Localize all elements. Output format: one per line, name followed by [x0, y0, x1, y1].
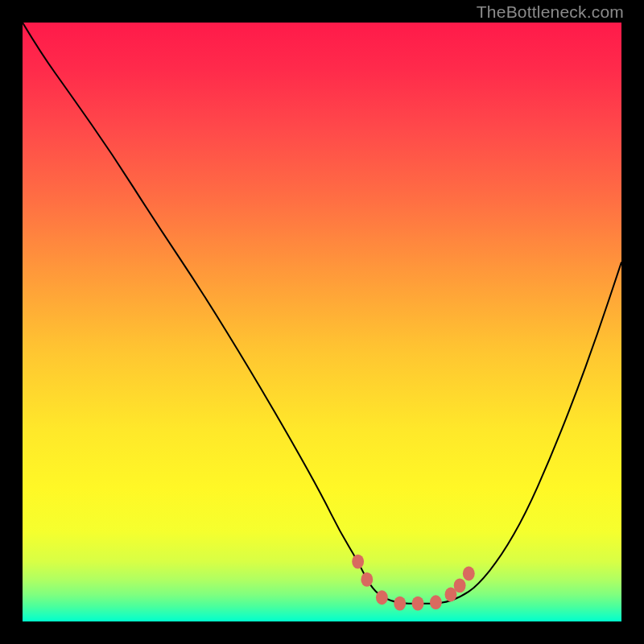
marker-dot: [454, 578, 466, 592]
bottleneck-curve: [23, 23, 621, 604]
chart-frame: TheBottleneck.com: [0, 0, 644, 644]
marker-dot: [463, 567, 475, 581]
marker-dot: [412, 597, 424, 611]
marker-dot: [361, 572, 373, 587]
plot-area: [23, 23, 621, 621]
watermark-text: TheBottleneck.com: [477, 2, 624, 22]
marker-dot: [376, 590, 388, 605]
marker-dot: [430, 595, 442, 609]
optimal-range-dots: [352, 555, 475, 611]
curve-layer: [23, 23, 621, 621]
marker-dot: [394, 597, 406, 611]
marker-dot: [352, 555, 364, 569]
